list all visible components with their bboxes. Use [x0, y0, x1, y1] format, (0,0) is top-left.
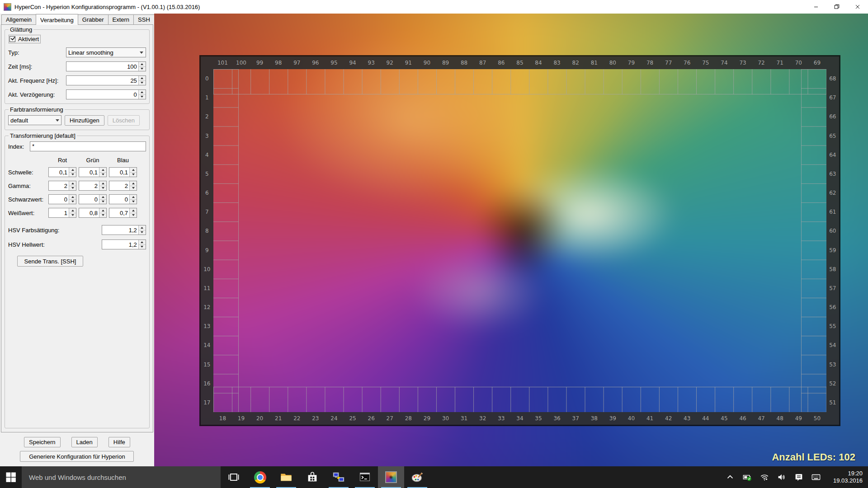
schwelle-blau-spinner[interactable]: 0,1 [109, 167, 137, 177]
search-input[interactable] [22, 466, 221, 488]
spin-up-icon[interactable] [130, 168, 137, 173]
spinner-arrows[interactable] [138, 62, 146, 71]
gamma-blau-spinner[interactable]: 2 [109, 181, 137, 191]
spin-down-icon[interactable] [130, 200, 137, 204]
schwelle-gruen-spinner[interactable]: 0,1 [79, 167, 107, 177]
spin-up-icon[interactable] [99, 168, 106, 173]
spinner-arrows[interactable] [138, 90, 146, 99]
close-button[interactable] [847, 0, 868, 14]
spin-up-icon[interactable] [99, 208, 106, 213]
spin-down-icon[interactable] [69, 173, 76, 177]
schwarzwert-gruen-spinner[interactable]: 0 [79, 194, 107, 204]
spin-down-icon[interactable] [139, 230, 146, 235]
tab-ssh[interactable]: SSH [133, 14, 155, 24]
weisswert-rot-spinner[interactable]: 1 [48, 208, 76, 218]
gamma-rot-spinner[interactable]: 2 [48, 181, 76, 191]
spinner-arrows[interactable] [99, 168, 106, 177]
hsv-hellwert-spinner[interactable]: 1,2 [102, 239, 146, 249]
spin-down-icon[interactable] [130, 173, 137, 177]
spinner-arrows[interactable] [99, 195, 106, 204]
battery-status[interactable] [739, 466, 756, 488]
spinner-arrows[interactable] [99, 181, 106, 190]
hsv-farbsaettigung-spinner[interactable]: 1,2 [102, 225, 146, 235]
start-button[interactable] [0, 466, 22, 488]
chrome-button[interactable] [247, 466, 273, 488]
hilfe-button[interactable]: Hilfe [108, 437, 130, 447]
spin-down-icon[interactable] [69, 200, 76, 204]
index-input[interactable]: * [30, 141, 146, 151]
spinner-arrows[interactable] [69, 181, 76, 190]
spinner-arrows[interactable] [69, 208, 76, 217]
tab-extern[interactable]: Extern [108, 14, 134, 24]
spin-down-icon[interactable] [139, 245, 146, 249]
minimize-button[interactable] [806, 0, 826, 14]
spin-down-icon[interactable] [99, 200, 106, 204]
spin-up-icon[interactable] [69, 168, 76, 173]
spin-up-icon[interactable] [139, 225, 146, 230]
akt-frequenz-spinner[interactable]: 25 [66, 75, 146, 85]
spin-down-icon[interactable] [69, 186, 76, 191]
delete-profile-button[interactable]: Löschen [108, 115, 140, 126]
spinner-arrows[interactable] [129, 208, 137, 217]
weisswert-gruen-spinner[interactable]: 0,8 [79, 208, 107, 218]
spin-up-icon[interactable] [99, 195, 106, 200]
spin-up-icon[interactable] [130, 181, 137, 186]
spin-up-icon[interactable] [139, 62, 146, 67]
spin-down-icon[interactable] [139, 67, 146, 71]
command-prompt-button[interactable] [352, 466, 378, 488]
spin-up-icon[interactable] [139, 76, 146, 81]
spinner-arrows[interactable] [69, 168, 76, 177]
spinner-arrows[interactable] [138, 76, 146, 85]
hypercon-taskbar-button[interactable] [378, 466, 404, 488]
restore-button[interactable] [826, 0, 847, 14]
spin-up-icon[interactable] [69, 208, 76, 213]
aktiviert-checkbox[interactable]: Aktiviert [9, 35, 40, 43]
spinner-arrows[interactable] [69, 195, 76, 204]
spinner-arrows[interactable] [129, 181, 137, 190]
touch-keyboard-button[interactable] [807, 466, 825, 488]
windows-store-button[interactable] [299, 466, 326, 488]
weisswert-blau-spinner[interactable]: 0,7 [109, 208, 137, 218]
tab-allgemein[interactable]: Allgemein [1, 14, 36, 24]
typ-select[interactable]: Linear smoothing [66, 47, 146, 57]
spin-down-icon[interactable] [130, 213, 137, 218]
spinner-arrows[interactable] [99, 208, 106, 217]
zeit-ms-spinner[interactable]: 100 [66, 61, 146, 71]
tray-expand-button[interactable] [722, 466, 739, 488]
schwarzwert-rot-spinner[interactable]: 0 [48, 194, 76, 204]
gamma-gruen-spinner[interactable]: 2 [79, 181, 107, 191]
wifi-status[interactable] [756, 466, 773, 488]
spinner-arrows[interactable] [138, 240, 146, 249]
laden-button[interactable]: Laden [71, 437, 98, 447]
spinner-arrows[interactable] [129, 168, 137, 177]
send-transform-button[interactable]: Sende Trans. [SSH] [17, 256, 83, 267]
spin-down-icon[interactable] [139, 95, 146, 99]
taskbar-clock[interactable]: 19:20 19.03.2016 [825, 466, 868, 488]
akt-verzoegerung-spinner[interactable]: 0 [66, 89, 146, 99]
spin-up-icon[interactable] [139, 90, 146, 95]
tab-grabber[interactable]: Grabber [78, 14, 108, 24]
putty-button[interactable] [326, 466, 352, 488]
spin-down-icon[interactable] [139, 81, 146, 85]
spin-up-icon[interactable] [99, 181, 106, 186]
schwarzwert-blau-spinner[interactable]: 0 [109, 194, 137, 204]
spin-down-icon[interactable] [99, 213, 106, 218]
profile-select[interactable]: default [8, 115, 61, 125]
spin-down-icon[interactable] [69, 213, 76, 218]
generate-config-button[interactable]: Generiere Konfiguration für Hyperion [20, 451, 134, 462]
file-explorer-button[interactable] [273, 466, 299, 488]
spin-up-icon[interactable] [130, 195, 137, 200]
spin-up-icon[interactable] [130, 208, 137, 213]
volume-control[interactable] [773, 466, 790, 488]
spin-up-icon[interactable] [69, 181, 76, 186]
spin-up-icon[interactable] [139, 240, 146, 245]
action-center-button[interactable] [790, 466, 807, 488]
task-view-button[interactable] [221, 466, 247, 488]
add-profile-button[interactable]: Hinzufügen [65, 115, 104, 126]
spin-down-icon[interactable] [130, 186, 137, 191]
spinner-arrows[interactable] [138, 225, 146, 235]
paint-button[interactable] [404, 466, 430, 488]
speichern-button[interactable]: Speichern [24, 437, 61, 447]
spin-up-icon[interactable] [69, 195, 76, 200]
checkbox-icon[interactable] [9, 36, 15, 42]
